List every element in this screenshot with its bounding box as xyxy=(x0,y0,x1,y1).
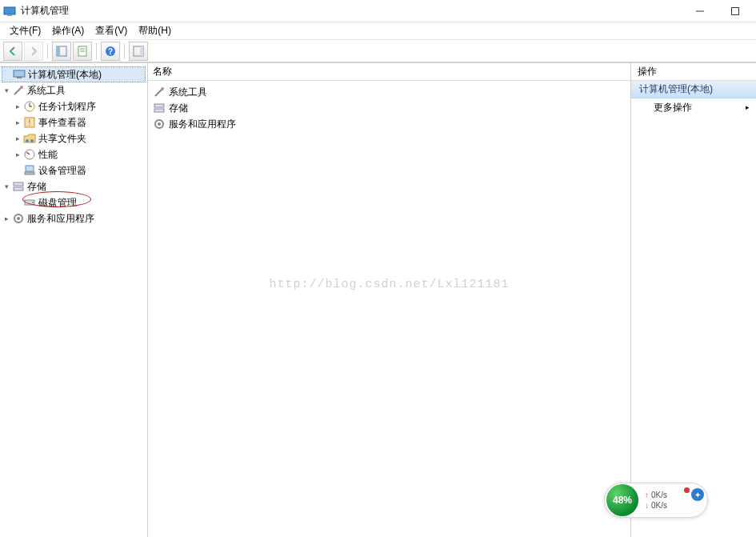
expand-widget-button[interactable]: ✦ xyxy=(691,488,704,501)
expander-closed-icon[interactable]: ▸ xyxy=(2,214,11,222)
list-item-label: 系统工具 xyxy=(169,86,207,99)
shared-folder-icon xyxy=(23,132,36,145)
tree-node-label: 设备管理器 xyxy=(38,164,86,178)
svg-point-24 xyxy=(30,139,34,142)
expander-closed-icon[interactable]: ▸ xyxy=(13,118,22,126)
main-area: 计算机管理(本地) ▾ 系统工具 ▸ 任务计划程序 ▸ ! xyxy=(0,62,756,537)
svg-rect-29 xyxy=(14,182,23,186)
tree-node-performance[interactable]: ▸ 性能 xyxy=(2,146,146,162)
actions-more-link[interactable]: 更多操作 ▸ xyxy=(631,98,756,116)
tree-node-label: 共享文件夹 xyxy=(38,132,86,146)
tree-node-label: 任务计划程序 xyxy=(38,100,96,114)
toolbar-separator xyxy=(47,43,48,59)
disk-icon xyxy=(23,196,36,209)
device-icon xyxy=(23,164,36,177)
chevron-right-icon: ▸ xyxy=(746,103,750,111)
toolbar-back-button[interactable] xyxy=(3,42,22,61)
menu-view[interactable]: 查看(V) xyxy=(90,22,132,39)
list-item-storage[interactable]: 存储 xyxy=(148,100,630,116)
tree-node-label: 事件查看器 xyxy=(38,116,86,130)
svg-text:!: ! xyxy=(29,118,31,127)
list-item-label: 服务和应用程序 xyxy=(169,118,236,131)
performance-icon xyxy=(23,148,36,161)
content-pane[interactable]: 名称 系统工具 存储 服务和应用程序 http://blog.cs xyxy=(148,63,631,537)
content-list: 系统工具 存储 服务和应用程序 xyxy=(148,81,630,135)
svg-rect-1 xyxy=(7,14,12,16)
expander-closed-icon[interactable]: ▸ xyxy=(13,150,22,158)
menu-help[interactable]: 帮助(H) xyxy=(134,22,176,39)
expander-open-icon[interactable]: ▾ xyxy=(2,86,11,94)
svg-point-34 xyxy=(17,217,20,220)
window-title: 计算机管理 xyxy=(21,4,69,18)
toolbar-separator xyxy=(124,43,125,59)
list-item-label: 存储 xyxy=(169,102,188,115)
toolbar-help-button[interactable]: ? xyxy=(101,42,120,61)
maximize-button[interactable] xyxy=(718,1,753,22)
upload-arrow-icon: ↑ xyxy=(645,491,649,499)
event-icon: ! xyxy=(23,116,36,129)
app-icon xyxy=(3,5,16,18)
storage-icon xyxy=(153,102,166,114)
svg-line-26 xyxy=(26,152,30,154)
tree-node-shared-folders[interactable]: ▸ 共享文件夹 xyxy=(2,130,146,146)
tree-node-label: 系统工具 xyxy=(27,84,66,98)
list-item-services-apps[interactable]: 服务和应用程序 xyxy=(148,116,630,132)
tree-node-label: 性能 xyxy=(38,148,58,162)
tree-pane[interactable]: 计算机管理(本地) ▾ 系统工具 ▸ 任务计划程序 ▸ ! xyxy=(0,63,148,537)
svg-rect-30 xyxy=(14,187,23,190)
menubar: 文件(F) 操作(A) 查看(V) 帮助(H) xyxy=(0,22,756,40)
tree-node-label: 存储 xyxy=(27,180,46,194)
tools-icon xyxy=(153,86,166,98)
svg-rect-3 xyxy=(732,7,739,14)
svg-rect-37 xyxy=(154,109,164,112)
svg-rect-36 xyxy=(154,104,164,107)
tree-node-event-viewer[interactable]: ▸ ! 事件查看器 xyxy=(2,114,146,130)
expander-closed-icon[interactable]: ▸ xyxy=(13,134,22,142)
toolbar-properties-button[interactable] xyxy=(73,42,92,61)
svg-point-23 xyxy=(26,139,29,142)
actions-selection[interactable]: 计算机管理(本地) xyxy=(631,81,756,98)
network-monitor-widget[interactable]: 48% ↑ 0K/s ↓ 0K/s ✦ xyxy=(604,483,708,518)
tree-node-storage[interactable]: ▾ 存储 xyxy=(2,178,146,194)
svg-point-39 xyxy=(158,122,161,126)
tree-node-task-scheduler[interactable]: ▸ 任务计划程序 xyxy=(2,98,146,114)
toolbar-action-pane-button[interactable] xyxy=(129,42,148,61)
toolbar-show-hide-tree-button[interactable] xyxy=(52,42,71,61)
tree-node-system-tools[interactable]: ▾ 系统工具 xyxy=(2,82,146,98)
svg-rect-16 xyxy=(17,77,22,78)
tree-node-services-apps[interactable]: ▸ 服务和应用程序 xyxy=(2,210,146,226)
watermark-text: http://blog.csdn.net/Lxl121181 xyxy=(269,278,509,291)
titlebar: 计算机管理 xyxy=(0,0,756,22)
tree-node-label: 服务和应用程序 xyxy=(27,212,94,226)
toolbar-forward-button[interactable] xyxy=(24,42,43,61)
svg-rect-28 xyxy=(25,172,34,174)
svg-point-32 xyxy=(32,202,34,203)
cpu-percent-ball[interactable]: 48% xyxy=(606,484,638,516)
storage-icon xyxy=(12,180,25,193)
list-item-system-tools[interactable]: 系统工具 xyxy=(148,84,630,100)
tree-node-root[interactable]: 计算机管理(本地) xyxy=(2,66,146,82)
clock-icon xyxy=(23,100,36,113)
menu-action[interactable]: 操作(A) xyxy=(47,22,89,39)
actions-pane: 操作 计算机管理(本地) 更多操作 ▸ xyxy=(631,63,756,537)
actions-more-label: 更多操作 xyxy=(654,101,692,114)
expander-open-icon[interactable]: ▾ xyxy=(2,182,11,190)
tree-node-label: 计算机管理(本地) xyxy=(28,68,102,82)
toolbar: ? xyxy=(0,40,756,62)
expander-closed-icon[interactable]: ▸ xyxy=(13,102,22,110)
window-controls xyxy=(682,1,753,22)
svg-text:?: ? xyxy=(108,47,113,56)
navigation-tree: 计算机管理(本地) ▾ 系统工具 ▸ 任务计划程序 ▸ ! xyxy=(0,65,147,228)
tree-node-disk-management[interactable]: 磁盘管理 xyxy=(2,194,146,210)
computer-icon xyxy=(13,68,26,81)
column-header-name[interactable]: 名称 xyxy=(148,63,630,81)
svg-point-17 xyxy=(20,86,23,89)
actions-header: 操作 xyxy=(631,63,756,81)
svg-point-35 xyxy=(161,87,164,90)
svg-rect-0 xyxy=(4,7,15,14)
download-arrow-icon: ↓ xyxy=(645,501,649,510)
menu-file[interactable]: 文件(F) xyxy=(5,22,46,39)
tree-node-device-manager[interactable]: 设备管理器 xyxy=(2,162,146,178)
minimize-button[interactable] xyxy=(682,1,718,22)
services-icon xyxy=(153,118,166,130)
